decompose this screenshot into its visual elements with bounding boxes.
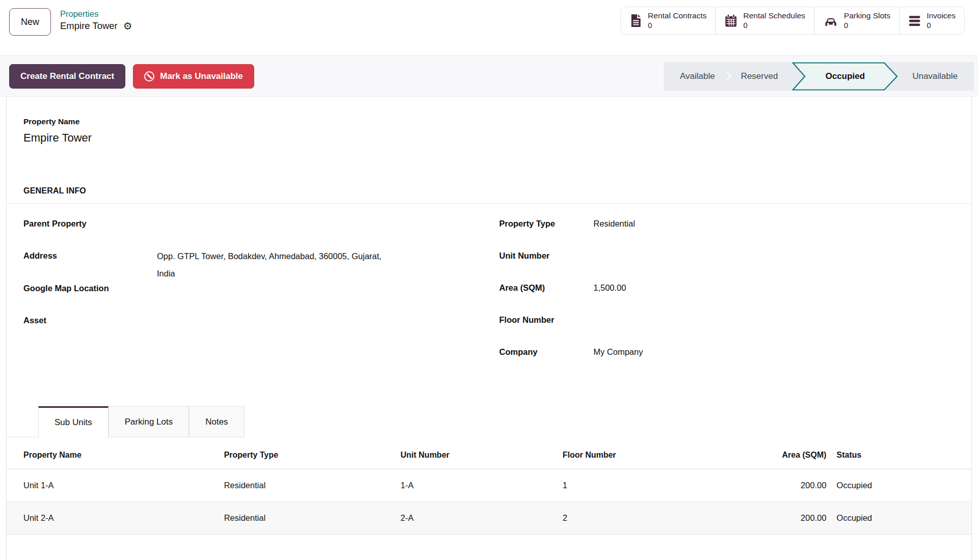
table-header-row: Property Name Property Type Unit Number … (7, 442, 971, 469)
stat-count: 0 (743, 21, 747, 30)
gear-icon[interactable]: ⚙ (123, 21, 132, 31)
tab-sub-units[interactable]: Sub Units (38, 406, 108, 437)
breadcrumb: Properties Empire Tower ⚙ (60, 8, 132, 55)
create-rental-contract-button[interactable]: Create Rental Contract (9, 64, 125, 89)
field-area-sqm: Area (SQM) 1,500.00 (499, 282, 955, 314)
status-step-reserved[interactable]: Reserved (726, 71, 792, 81)
calendar-icon (724, 14, 738, 27)
new-button[interactable]: New (9, 8, 51, 36)
breadcrumb-record-title: Empire Tower (60, 20, 118, 32)
notebook-tabs: Sub Units Parking Lots Notes (7, 406, 971, 437)
field-google-map-location: Google Map Location (23, 282, 479, 314)
property-type-value[interactable]: Residential (593, 217, 635, 230)
area-sqm-value[interactable]: 1,500.00 (593, 282, 626, 294)
ban-icon (144, 71, 154, 81)
document-icon (630, 14, 642, 27)
tab-parking-lots[interactable]: Parking Lots (108, 406, 189, 437)
field-company: Company My Company (499, 346, 955, 378)
status-step-unavailable[interactable]: Unavailable (898, 71, 972, 81)
list-icon (908, 15, 921, 27)
action-bar: Create Rental Contract Mark as Unavailab… (0, 56, 978, 97)
field-parent-property: Parent Property (23, 217, 479, 249)
property-name-value[interactable]: Empire Tower (23, 131, 955, 145)
col-floor-number: Floor Number (557, 442, 748, 469)
form-sheet: Property Name Empire Tower GENERAL INFO … (6, 97, 972, 560)
statusbar: Available Reserved Occupied Unavailable (664, 62, 974, 91)
property-name-label: Property Name (23, 117, 955, 126)
status-step-available[interactable]: Available (666, 71, 729, 81)
col-property-name: Property Name (7, 442, 219, 469)
field-address: Address Opp. GTPL Tower, Bodakdev, Ahmed… (23, 249, 479, 282)
top-navbar: New Properties Empire Tower ⚙ (0, 0, 978, 56)
invoices-button[interactable]: Invoices 0 (899, 7, 964, 34)
field-asset: Asset (23, 314, 479, 346)
col-area-sqm: Area (SQM) (748, 442, 831, 469)
field-unit-number: Unit Number (499, 249, 955, 282)
parking-slots-button[interactable]: Parking Slots 0 (814, 7, 899, 34)
field-property-type: Property Type Residential (499, 217, 955, 249)
breadcrumb-properties-link[interactable]: Properties (60, 9, 132, 19)
stat-count: 0 (648, 21, 652, 30)
general-info-heading: GENERAL INFO (7, 186, 971, 195)
sub-units-table: Property Name Property Type Unit Number … (7, 442, 971, 535)
field-floor-number: Floor Number (499, 314, 955, 346)
company-value[interactable]: My Company (593, 346, 643, 358)
mark-as-unavailable-button[interactable]: Mark as Unavailable (133, 64, 254, 89)
col-status: Status (831, 442, 971, 469)
table-row[interactable]: Unit 2-A Residential 2-A 2 200.00 Occupi… (7, 501, 971, 534)
property-name-block: Property Name Empire Tower (7, 97, 971, 145)
table-row[interactable]: Unit 1-A Residential 1-A 1 200.00 Occupi… (7, 469, 971, 501)
rental-contracts-button[interactable]: Rental Contracts 0 (621, 7, 715, 34)
stat-button-group: Rental Contracts 0 (620, 7, 965, 35)
rental-schedules-button[interactable]: Rental Schedules 0 (715, 7, 814, 34)
status-step-occupied-active[interactable]: Occupied (792, 62, 898, 91)
col-property-type: Property Type (219, 442, 396, 469)
stat-count: 0 (844, 21, 848, 30)
stat-count: 0 (927, 21, 931, 30)
general-info-fields: Parent Property Address Opp. GTPL Tower,… (7, 204, 971, 378)
tab-notes[interactable]: Notes (189, 406, 244, 437)
car-icon (823, 14, 838, 27)
address-value[interactable]: Opp. GTPL Tower, Bodakdev, Ahmedabad, 36… (157, 247, 382, 282)
col-unit-number: Unit Number (395, 442, 557, 469)
tabs-lead-segment (7, 406, 38, 437)
